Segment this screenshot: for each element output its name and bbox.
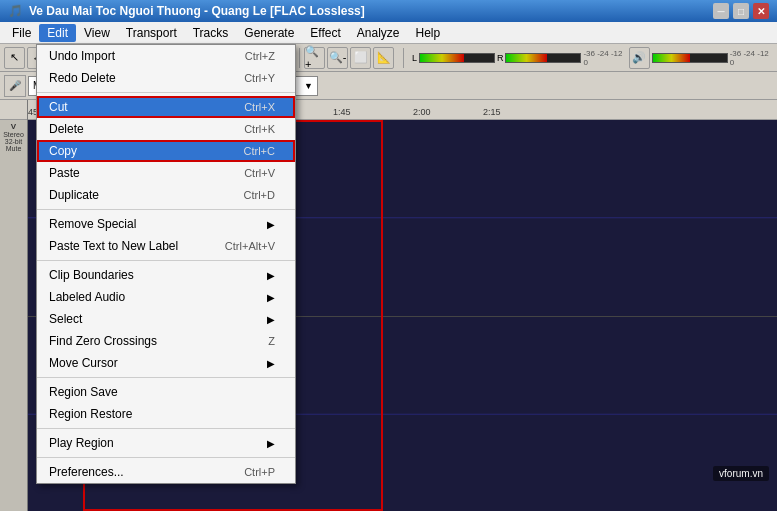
- menu-transport[interactable]: Transport: [118, 24, 185, 42]
- menu-clip-boundaries[interactable]: Clip Boundaries ▶: [37, 264, 295, 286]
- db-scale-2: -36 -24 -12 0: [730, 49, 773, 67]
- track-stereo: Stereo: [3, 131, 24, 138]
- menu-effect[interactable]: Effect: [302, 24, 348, 42]
- right-label: R: [497, 53, 504, 63]
- right-meter-2: [652, 53, 728, 63]
- menu-tracks[interactable]: Tracks: [185, 24, 237, 42]
- menu-file[interactable]: File: [4, 24, 39, 42]
- menu-duplicate[interactable]: Duplicate Ctrl+D: [37, 184, 295, 206]
- menu-bar: File Edit View Transport Tracks Generate…: [0, 22, 777, 44]
- menu-delete[interactable]: Delete Ctrl+K: [37, 118, 295, 140]
- timeline-mark-200: 2:00: [413, 107, 431, 117]
- minimize-button[interactable]: ─: [713, 3, 729, 19]
- zoom-fit-tracks[interactable]: 📐: [373, 47, 394, 69]
- level-meters: L R -36 -24 -12 0 🔊 -36 -24 -12 0: [412, 47, 773, 69]
- track-bit-depth: 32-bit: [5, 138, 23, 145]
- menu-help[interactable]: Help: [408, 24, 449, 42]
- menu-find-zero[interactable]: Find Zero Crossings Z: [37, 330, 295, 352]
- edit-dropdown-menu: Undo Import Ctrl+Z Redo Delete Ctrl+Y Cu…: [36, 44, 296, 484]
- timeline-mark-215: 2:15: [483, 107, 501, 117]
- mixer-btn[interactable]: 🔊: [629, 47, 650, 69]
- menu-region-save[interactable]: Region Save: [37, 381, 295, 403]
- maximize-button[interactable]: □: [733, 3, 749, 19]
- left-meter: [419, 53, 495, 63]
- db-scale: -36 -24 -12 0: [583, 49, 626, 67]
- sep-3: [37, 260, 295, 261]
- close-button[interactable]: ✕: [753, 3, 769, 19]
- timeline-header-spacer: [0, 100, 27, 120]
- zoom-fit[interactable]: ⬜: [350, 47, 371, 69]
- sep-1: [37, 92, 295, 93]
- record-dropdown-arrow: ▼: [304, 81, 313, 91]
- menu-preferences[interactable]: Preferences... Ctrl+P: [37, 461, 295, 483]
- menu-redo-delete[interactable]: Redo Delete Ctrl+Y: [37, 67, 295, 89]
- title-bar: 🎵 Ve Dau Mai Toc Nguoi Thuong - Quang Le…: [0, 0, 777, 22]
- mic-icon: 🎤: [4, 75, 26, 97]
- sep-4: [37, 377, 295, 378]
- menu-copy[interactable]: Copy Ctrl+C: [37, 140, 295, 162]
- sep-2: [37, 209, 295, 210]
- sep-6: [37, 457, 295, 458]
- tool-select[interactable]: ↖: [4, 47, 25, 69]
- right-meter: [505, 53, 581, 63]
- sep-5: [37, 428, 295, 429]
- title-text: Ve Dau Mai Toc Nguoi Thuong - Quang Le […: [29, 4, 365, 18]
- track-mute[interactable]: Mute: [6, 145, 22, 152]
- toolbar-sep-3: [398, 48, 404, 68]
- menu-move-cursor[interactable]: Move Cursor ▶: [37, 352, 295, 374]
- menu-cut[interactable]: Cut Ctrl+X: [37, 96, 295, 118]
- menu-select[interactable]: Select ▶: [37, 308, 295, 330]
- menu-paste-text[interactable]: Paste Text to New Label Ctrl+Alt+V: [37, 235, 295, 257]
- menu-edit[interactable]: Edit: [39, 24, 76, 42]
- left-label: L: [412, 53, 417, 63]
- zoom-in[interactable]: 🔍+: [304, 47, 325, 69]
- timeline-mark-145: 1:45: [333, 107, 351, 117]
- menu-paste[interactable]: Paste Ctrl+V: [37, 162, 295, 184]
- menu-undo-import[interactable]: Undo Import Ctrl+Z: [37, 45, 295, 67]
- menu-remove-special[interactable]: Remove Special ▶: [37, 213, 295, 235]
- menu-analyze[interactable]: Analyze: [349, 24, 408, 42]
- menu-region-restore[interactable]: Region Restore: [37, 403, 295, 425]
- track-name: V: [11, 122, 16, 131]
- zoom-out[interactable]: 🔍-: [327, 47, 348, 69]
- watermark: vforum.vn: [713, 466, 769, 481]
- track-info: V Stereo 32-bit Mute: [0, 120, 27, 511]
- menu-generate[interactable]: Generate: [236, 24, 302, 42]
- track-controls-panel: V Stereo 32-bit Mute: [0, 100, 28, 511]
- menu-view[interactable]: View: [76, 24, 118, 42]
- menu-labeled-audio[interactable]: Labeled Audio ▶: [37, 286, 295, 308]
- menu-play-region[interactable]: Play Region ▶: [37, 432, 295, 454]
